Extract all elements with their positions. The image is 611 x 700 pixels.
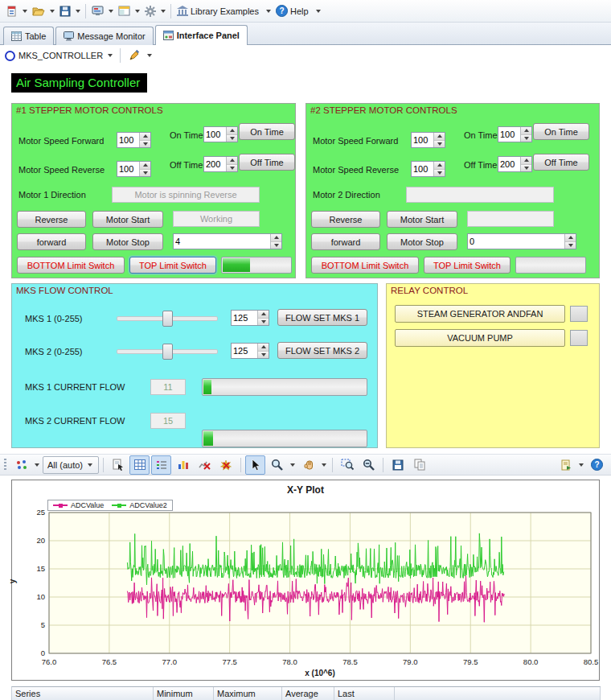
s2-off-time-button[interactable]: Off Time	[533, 154, 589, 171]
clear-plot-button[interactable]	[195, 455, 215, 475]
library-examples-button[interactable]: Library Examples	[174, 2, 264, 20]
mks1-slider[interactable]	[117, 310, 218, 326]
pan-tool-button[interactable]	[298, 455, 318, 475]
chart-help-button[interactable]: ?	[587, 455, 607, 475]
save-image-button[interactable]	[388, 455, 408, 475]
s2-off-time-input[interactable]	[498, 156, 532, 172]
s1-direction-textbox[interactable]	[112, 187, 260, 203]
flow-set-mks2-button[interactable]: FLOW SET MKS 2	[277, 342, 367, 359]
show-grid-toggle[interactable]	[129, 455, 150, 475]
xy-plot-chart[interactable]: 76.076.577.077.578.078.579.079.580.080.5…	[11, 480, 600, 681]
device-dropdown-arrow[interactable]	[108, 54, 113, 57]
spin-down-button[interactable]	[521, 164, 531, 172]
s1-speed-reverse-input[interactable]	[117, 161, 151, 177]
spin-down-button[interactable]	[227, 134, 237, 142]
spin-up-button[interactable]	[140, 133, 150, 140]
s2-motor-stop-button[interactable]: Motor Stop	[387, 233, 457, 250]
export-dropdown-arrow[interactable]	[579, 463, 584, 467]
spin-up-button[interactable]	[521, 157, 531, 164]
s1-bottom-limit-button[interactable]: BOTTOM Limit Switch	[17, 257, 125, 274]
spin-up-button[interactable]	[258, 344, 269, 351]
s2-on-time-value[interactable]	[498, 127, 520, 142]
s2-speed-forward-value[interactable]	[412, 133, 433, 147]
spin-down-button[interactable]	[521, 134, 531, 142]
mks1-slider-thumb[interactable]	[162, 311, 173, 327]
settings-button[interactable]	[142, 2, 158, 20]
library-dropdown-arrow[interactable]	[266, 10, 271, 13]
s1-motor-start-button[interactable]: Motor Start	[92, 211, 163, 228]
mks1-flow-input[interactable]	[231, 310, 269, 326]
display-dropdown-arrow[interactable]	[109, 10, 113, 13]
s1-motor-stop-button[interactable]: Motor Stop	[92, 233, 163, 250]
s2-step-counter[interactable]	[467, 233, 576, 249]
s2-on-time-button[interactable]: On Time	[533, 123, 589, 140]
save-dropdown-arrow[interactable]	[76, 10, 80, 13]
spin-up-button[interactable]	[434, 162, 445, 169]
new-dropdown-arrow[interactable]	[23, 10, 27, 13]
s2-top-limit-button[interactable]: TOP Limit Switch	[424, 257, 511, 274]
properties-button[interactable]	[108, 455, 128, 475]
help-dropdown-arrow[interactable]	[316, 10, 321, 13]
mks2-current-flow-value[interactable]	[150, 413, 186, 429]
spin-down-button[interactable]	[565, 241, 576, 249]
flow-set-mks1-button[interactable]: FLOW SET MKS 1	[277, 309, 367, 326]
s2-on-time-input[interactable]	[498, 126, 532, 142]
s1-step-counter-value[interactable]	[174, 234, 270, 249]
s2-speed-forward-input[interactable]	[411, 132, 445, 148]
edit-panel-button[interactable]	[126, 47, 142, 64]
mks2-slider[interactable]	[117, 343, 218, 359]
scale-mode-dropdown[interactable]: All (auto)	[43, 456, 99, 474]
pointer-tool-button[interactable]	[245, 455, 265, 475]
s1-top-limit-button[interactable]: TOP Limit Switch	[129, 257, 216, 274]
tab-interface-panel[interactable]: Interface Panel	[155, 25, 248, 45]
tab-table[interactable]: Table	[3, 27, 54, 45]
spin-down-button[interactable]	[227, 164, 237, 172]
layout-dropdown-arrow[interactable]	[135, 10, 140, 13]
s2-reverse-button[interactable]: Reverse	[311, 211, 380, 228]
s1-speed-forward-value[interactable]	[117, 133, 139, 147]
spin-down-button[interactable]	[434, 169, 445, 177]
s1-forward-button[interactable]: forward	[17, 233, 86, 250]
mks2-flow-input[interactable]	[231, 343, 269, 359]
spin-down-button[interactable]	[140, 140, 150, 148]
mks1-current-flow-value[interactable]	[150, 379, 186, 395]
open-button[interactable]	[30, 2, 47, 20]
s1-speed-reverse-value[interactable]	[117, 162, 139, 176]
s2-bottom-limit-button[interactable]: BOTTOM Limit Switch	[311, 257, 419, 274]
spin-down-button[interactable]	[258, 318, 269, 326]
s1-on-time-value[interactable]	[204, 127, 226, 142]
spin-down-button[interactable]	[140, 169, 150, 177]
vacuum-pump-button[interactable]: VACUUM PUMP	[395, 329, 565, 347]
steam-generator-fan-button[interactable]: STEAM GENERATOR ANDFAN	[395, 305, 565, 323]
s2-step-counter-value[interactable]	[468, 234, 564, 249]
settings-dropdown-arrow[interactable]	[161, 10, 166, 13]
s2-off-time-value[interactable]	[498, 157, 520, 171]
new-button[interactable]	[3, 2, 20, 20]
spin-down-button[interactable]	[258, 351, 269, 359]
s1-on-time-button[interactable]: On Time	[239, 123, 295, 140]
clear-all-plots-button[interactable]	[216, 455, 236, 475]
layout-button[interactable]	[116, 2, 133, 20]
mks2-flow-value[interactable]	[232, 344, 257, 358]
zoom-tool-dropdown-arrow[interactable]	[290, 463, 295, 467]
s1-off-time-button[interactable]: Off Time	[239, 154, 295, 171]
mks1-flow-value[interactable]	[232, 311, 257, 325]
zoom-region-button[interactable]	[337, 455, 357, 475]
s2-motor-start-button[interactable]: Motor Start	[387, 211, 457, 228]
copy-image-button[interactable]	[409, 455, 429, 475]
spin-up-button[interactable]	[258, 311, 269, 318]
display-button[interactable]	[89, 2, 106, 20]
s1-off-time-input[interactable]	[203, 156, 238, 172]
s2-status-textbox[interactable]	[467, 211, 554, 227]
plot-type-dropdown-arrow[interactable]	[35, 463, 39, 467]
zoom-out-button[interactable]	[359, 455, 379, 475]
spin-up-button[interactable]	[227, 157, 237, 164]
edit-panel-dropdown-arrow[interactable]	[147, 54, 152, 57]
show-legend-toggle[interactable]	[151, 455, 171, 475]
save-button[interactable]	[57, 2, 73, 20]
s1-reverse-button[interactable]: Reverse	[17, 211, 86, 228]
export-button[interactable]	[556, 455, 576, 475]
s2-speed-reverse-input[interactable]	[411, 161, 445, 177]
help-button[interactable]: ? Help	[273, 2, 314, 20]
plot-type-button[interactable]	[11, 455, 31, 475]
